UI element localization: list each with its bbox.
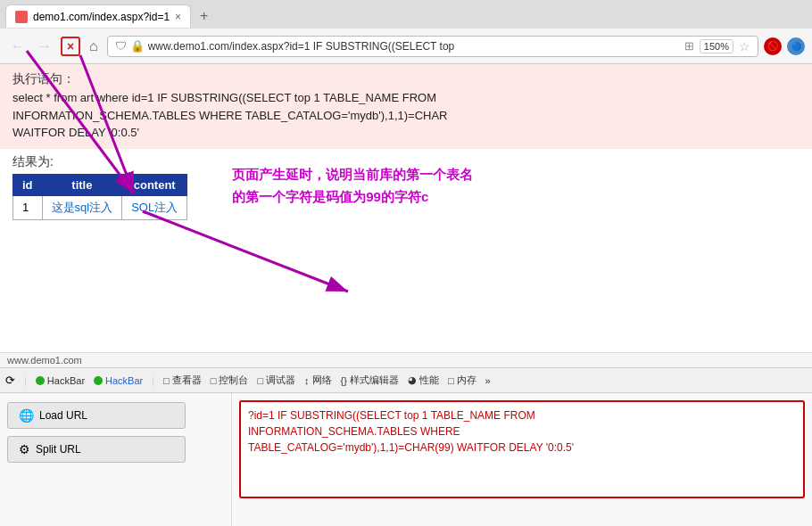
result-label: 结果为: xyxy=(12,154,187,170)
load-url-icon: 🌐 xyxy=(19,408,34,423)
cell-title: 这是sql注入 xyxy=(42,195,122,219)
nav-bar: ← → × ⌂ 🛡 🔒 www.demo1.com/index.aspx?id=… xyxy=(0,29,812,64)
hackbar-refresh[interactable]: ⟳ xyxy=(5,374,15,387)
hackbar-network[interactable]: ↕ 网络 xyxy=(304,374,332,387)
status-bar: www.demo1.com xyxy=(0,352,812,367)
zoom-level: 150% xyxy=(700,39,733,53)
col-id: id xyxy=(13,174,43,195)
tool-sidebar: 🌐 Load URL ⚙ Split URL xyxy=(0,393,232,526)
cell-content: SQL注入 xyxy=(122,195,187,219)
lock-icon: 🔒 xyxy=(130,39,145,53)
hackbar-dot-2 xyxy=(94,376,103,385)
tab-favicon xyxy=(15,11,28,23)
load-url-button[interactable]: 🌐 Load URL xyxy=(7,402,186,429)
col-content: content xyxy=(122,174,187,195)
right-annotation: 页面产生延时，说明当前库的第一个表名 的第一个字符是码值为99的字符c xyxy=(232,163,473,209)
new-tab-button[interactable]: + xyxy=(195,8,213,24)
inspector-icon: □ xyxy=(163,375,170,386)
hackbar-item-2[interactable]: HackBar xyxy=(94,375,143,386)
stop-button[interactable]: × xyxy=(61,37,80,56)
debugger-icon: □ xyxy=(257,375,263,386)
home-button[interactable]: ⌂ xyxy=(86,37,102,56)
table-row: 1 这是sql注入 SQL注入 xyxy=(13,195,187,219)
tab-close-button[interactable]: × xyxy=(175,11,181,23)
status-url: www.demo1.com xyxy=(7,355,82,366)
hackbar-console[interactable]: □ 控制台 xyxy=(211,374,249,387)
tab-label: demo1.com/index.aspx?id=1 xyxy=(33,11,170,23)
extension-icon-2[interactable]: 🔵 xyxy=(787,37,805,55)
hackbar-more[interactable]: » xyxy=(485,375,491,386)
style-icon: {} xyxy=(341,375,347,386)
url-input[interactable]: ?id=1 IF SUBSTRING((SELECT top 1 TABLE_N… xyxy=(239,400,805,498)
url-input-area: ?id=1 IF SUBSTRING((SELECT top 1 TABLE_N… xyxy=(232,393,812,526)
back-button[interactable]: ← xyxy=(7,37,29,56)
bookmark-icon[interactable]: ☆ xyxy=(739,39,750,53)
exec-sql: select * from art where id=1 IF SUBSTRIN… xyxy=(12,89,800,142)
result-area: 结果为: id title content 1 这是sql注入 SQL注入 页面… xyxy=(0,149,812,353)
hackbar-memory[interactable]: □ 内存 xyxy=(448,374,476,387)
page-content: 执行语句： select * from art where id=1 IF SU… xyxy=(0,64,812,149)
active-tab[interactable]: demo1.com/index.aspx?id=1 × xyxy=(5,4,191,28)
hackbar-dot-1 xyxy=(36,376,45,385)
console-icon: □ xyxy=(211,375,217,386)
memory-icon: □ xyxy=(448,375,454,386)
split-url-label: Split URL xyxy=(36,443,81,456)
result-table: id title content 1 这是sql注入 SQL注入 xyxy=(12,174,187,220)
hackbar-style-editor[interactable]: {} 样式编辑器 xyxy=(341,374,399,387)
hackbar-debugger[interactable]: □ 调试器 xyxy=(257,374,295,387)
qr-icon: ⊞ xyxy=(684,39,694,53)
performance-icon: ◕ xyxy=(408,374,417,386)
split-url-button[interactable]: ⚙ Split URL xyxy=(7,436,186,463)
load-url-label: Load URL xyxy=(39,409,87,422)
hackbar-item-1[interactable]: HackBar xyxy=(36,375,85,386)
address-text: www.demo1.com/index.aspx?id=1 IF SUBSTRI… xyxy=(148,40,455,53)
forward-button[interactable]: → xyxy=(34,37,55,56)
network-icon: ↕ xyxy=(304,375,310,386)
cell-id: 1 xyxy=(13,195,43,219)
hackbar-performance[interactable]: ◕ 性能 xyxy=(408,374,439,387)
svg-line-3 xyxy=(143,211,348,292)
hackbar: ⟳ | HackBar HackBar | □ 查看器 □ 控制台 □ 调试器 xyxy=(0,367,812,392)
hackbar-inspector[interactable]: □ 查看器 xyxy=(163,374,202,387)
address-bar[interactable]: 🛡 🔒 www.demo1.com/index.aspx?id=1 IF SUB… xyxy=(107,36,758,57)
browser-window: demo1.com/index.aspx?id=1 × + ← → × ⌂ 🛡 … xyxy=(0,0,812,526)
exec-label: 执行语句： xyxy=(12,71,800,87)
shield-icon: 🛡 xyxy=(115,39,127,53)
extension-icon-1[interactable]: 🚫 xyxy=(764,37,782,55)
split-url-icon: ⚙ xyxy=(19,442,30,456)
tab-bar: demo1.com/index.aspx?id=1 × + xyxy=(0,0,812,29)
col-title: title xyxy=(42,174,122,195)
tool-panel: 🌐 Load URL ⚙ Split URL ?id=1 IF SUBSTRIN… xyxy=(0,392,812,526)
